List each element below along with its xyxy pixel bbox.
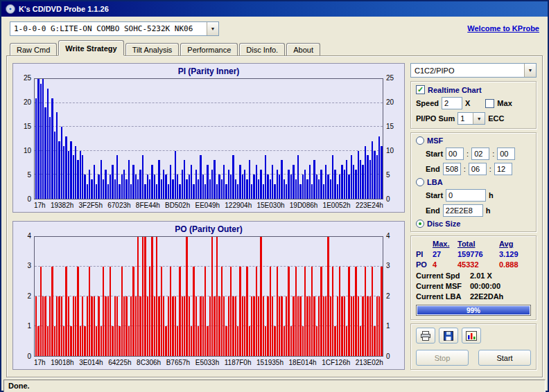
bar bbox=[290, 175, 292, 199]
bar bbox=[365, 267, 366, 356]
tab-write-strategy[interactable]: Write Strategy bbox=[58, 40, 123, 55]
bar bbox=[374, 326, 375, 356]
bar bbox=[348, 267, 349, 356]
x-tick-label: 122904h bbox=[225, 202, 252, 210]
msf-start-frame-input[interactable] bbox=[497, 148, 515, 160]
bar bbox=[128, 326, 130, 356]
msf-end-sec-input[interactable] bbox=[469, 163, 487, 175]
y-tick-label: 4 bbox=[386, 233, 390, 240]
bar bbox=[358, 296, 359, 356]
disc-size-label: Disc Size bbox=[427, 220, 460, 228]
mode-combo[interactable]: C1C2/PIPO ▼ bbox=[410, 63, 537, 78]
bar bbox=[216, 184, 218, 199]
bar bbox=[47, 326, 49, 356]
msf-end-min-input[interactable] bbox=[443, 163, 461, 175]
disc-size-radio[interactable] bbox=[416, 220, 424, 228]
bar bbox=[235, 296, 236, 356]
bar bbox=[265, 155, 266, 198]
bar bbox=[284, 326, 285, 356]
bar bbox=[351, 296, 352, 356]
colon-separator: : bbox=[489, 165, 491, 173]
mode-combo-dropdown-button[interactable]: ▼ bbox=[524, 64, 536, 77]
icon-button-row bbox=[416, 328, 531, 344]
y-tick-label: 10 bbox=[386, 148, 394, 154]
status-bar: Done. bbox=[3, 380, 546, 392]
save-button[interactable] bbox=[439, 328, 458, 344]
lba-start-input[interactable] bbox=[446, 189, 486, 202]
bar bbox=[242, 175, 243, 199]
bar bbox=[316, 326, 317, 356]
x-tick-label: 19018h bbox=[51, 359, 73, 367]
chevron-down-icon: ▼ bbox=[477, 116, 482, 121]
title-bar: K's CD/DVD Probe 1.1.26 bbox=[1, 1, 548, 17]
window-title: K's CD/DVD Probe 1.1.26 bbox=[19, 5, 109, 13]
tab-performance[interactable]: Performance bbox=[180, 43, 238, 55]
tab-tilt-analysis[interactable]: Tilt Analysis bbox=[125, 43, 180, 55]
lba-radio[interactable] bbox=[416, 178, 424, 186]
chart-body: 0510152025 0510152025 bbox=[16, 78, 401, 199]
bar bbox=[49, 117, 51, 198]
msf-start-min-input[interactable] bbox=[446, 148, 464, 160]
bar bbox=[369, 296, 371, 356]
bar bbox=[42, 79, 44, 199]
device-combo[interactable]: 1-0-0-0 G:LITE-ON COMBO SOHC-5232K NK06 … bbox=[10, 21, 219, 36]
bar bbox=[218, 296, 220, 356]
bar bbox=[378, 136, 380, 199]
realtime-chart-checkbox[interactable]: ✓ bbox=[416, 85, 425, 94]
pipo-sum-combo[interactable]: 1 ▼ bbox=[458, 112, 485, 125]
bar bbox=[182, 170, 183, 198]
bar bbox=[323, 296, 324, 356]
stats-po-avg: 0.888 bbox=[499, 260, 531, 269]
bar bbox=[246, 179, 247, 199]
y-tick-label: 1 bbox=[386, 323, 390, 330]
stop-button[interactable]: Stop bbox=[416, 350, 469, 366]
chevron-down-icon: ▼ bbox=[211, 26, 216, 31]
msf-start-sec-input[interactable] bbox=[471, 148, 489, 160]
lba-end-input[interactable] bbox=[443, 204, 483, 217]
bar bbox=[374, 151, 375, 199]
pipo-sum-row: PI/PO Sum 1 ▼ ECC bbox=[416, 112, 531, 125]
actions-group: Stop Start bbox=[410, 323, 537, 370]
speed-input[interactable] bbox=[442, 97, 462, 109]
device-combo-dropdown-button[interactable]: ▼ bbox=[207, 22, 218, 35]
print-button[interactable] bbox=[416, 328, 435, 344]
bar bbox=[299, 296, 301, 356]
bar bbox=[98, 296, 99, 356]
pi-chart-panel: PI (Parity Inner) 0510152025 0510152025 … bbox=[12, 63, 405, 213]
x-tick-label: 223E24h bbox=[356, 202, 383, 210]
pipo-sum-dropdown-button[interactable]: ▼ bbox=[473, 113, 485, 124]
bar bbox=[103, 179, 104, 199]
y-tick-label: 0 bbox=[27, 353, 31, 360]
y-tick-label: 2 bbox=[386, 293, 390, 300]
y-tick-label: 15 bbox=[386, 123, 394, 130]
bar bbox=[151, 237, 152, 357]
bar bbox=[40, 84, 42, 199]
start-button[interactable]: Start bbox=[478, 350, 531, 366]
bar bbox=[139, 296, 141, 356]
bar bbox=[184, 296, 185, 356]
tab-disc-info[interactable]: Disc Info. bbox=[239, 43, 285, 55]
bar bbox=[101, 326, 102, 356]
bar bbox=[56, 112, 58, 198]
x-tick-label: 3F2F5h bbox=[79, 202, 103, 210]
bar bbox=[256, 267, 257, 356]
bar bbox=[44, 296, 46, 356]
bar bbox=[154, 296, 155, 356]
welcome-link[interactable]: Welcome to KProbe bbox=[467, 24, 539, 33]
bar bbox=[77, 160, 78, 198]
tab-about[interactable]: About bbox=[286, 43, 320, 55]
tab-raw-cmd[interactable]: Raw Cmd bbox=[10, 43, 57, 55]
bar bbox=[58, 296, 60, 356]
msf-end-frame-input[interactable] bbox=[494, 163, 512, 175]
bar bbox=[313, 160, 315, 198]
bar bbox=[263, 184, 264, 199]
bar bbox=[186, 179, 187, 199]
bar bbox=[230, 267, 232, 356]
bar bbox=[290, 326, 292, 356]
y-tick-label: 1 bbox=[27, 323, 31, 330]
max-speed-checkbox[interactable]: ✓ bbox=[485, 99, 494, 108]
save-chart-image-button[interactable] bbox=[462, 328, 481, 344]
bar bbox=[135, 175, 137, 199]
msf-radio[interactable] bbox=[416, 136, 424, 145]
msf-end-row: End : : bbox=[416, 163, 531, 175]
